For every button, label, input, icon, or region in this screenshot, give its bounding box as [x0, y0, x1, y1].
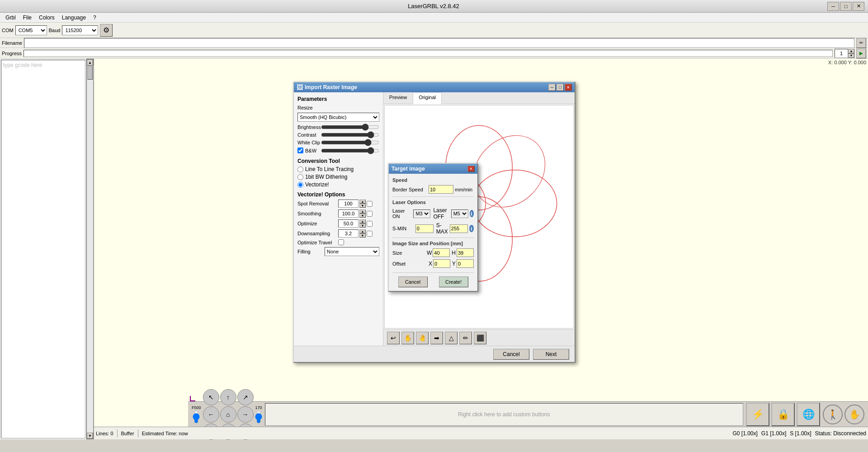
optimize-travel-checkbox[interactable] — [338, 239, 344, 245]
downsampling-input[interactable] — [338, 229, 359, 238]
connect-button[interactable]: ⚙ — [100, 24, 113, 37]
scroll-down-arrow[interactable]: ▼ — [87, 433, 93, 439]
import-dialog-max[interactable]: □ — [557, 84, 564, 91]
spot-removal-down[interactable]: ▼ — [359, 204, 366, 208]
globe-button[interactable]: 🌐 — [797, 403, 820, 426]
import-cancel-button[interactable]: Cancel — [493, 349, 529, 360]
close-button[interactable]: ✕ — [853, 2, 864, 11]
progress-increment[interactable]: ▲ — [848, 49, 854, 53]
import-dialog-close[interactable]: ✕ — [565, 84, 572, 91]
menu-file[interactable]: File — [19, 14, 35, 22]
optimize-down[interactable]: ▼ — [359, 224, 366, 228]
spot-removal-checkbox[interactable] — [367, 201, 373, 207]
nav-up-right[interactable]: ↗ — [237, 389, 254, 405]
preview-tab[interactable]: Preview — [383, 92, 413, 104]
brightness-slider[interactable] — [321, 125, 379, 129]
jog-speed-slider[interactable] — [194, 410, 198, 423]
target-cancel-button[interactable]: Cancel — [398, 276, 428, 287]
progress-decrement[interactable]: ▼ — [848, 53, 854, 58]
width-input[interactable] — [433, 248, 450, 257]
height-input[interactable] — [457, 248, 474, 257]
bw-slider[interactable] — [321, 149, 379, 152]
walk-mode-button[interactable]: 🚶 — [823, 404, 843, 424]
x-label: X — [429, 261, 432, 267]
hand-mode-button[interactable]: ✋ — [844, 404, 864, 424]
filename-input[interactable] — [24, 38, 854, 48]
whiteclip-slider[interactable] — [321, 141, 379, 144]
optimize-up[interactable]: ▲ — [359, 219, 366, 224]
minimize-button[interactable]: ─ — [827, 2, 839, 11]
progress-value[interactable]: 1 — [835, 49, 848, 58]
bw-checkbox[interactable] — [297, 147, 303, 153]
menu-help[interactable]: ? — [90, 14, 100, 22]
target-title-bar: Target image ✕ — [389, 164, 477, 174]
s-max-input[interactable] — [450, 224, 468, 233]
border-speed-input[interactable]: 10 — [429, 185, 453, 194]
downsampling-checkbox[interactable] — [367, 231, 373, 237]
optimize-input[interactable] — [338, 219, 359, 228]
nav-right[interactable]: → — [237, 406, 254, 423]
scroll-thumb[interactable] — [87, 66, 93, 80]
laser-tool-button[interactable]: ⚡ — [746, 403, 769, 426]
undo-button[interactable]: ↩ — [387, 332, 400, 344]
target-body: Speed Border Speed 10 mm/min Laser Optio… — [389, 174, 477, 291]
speed-unit: mm/min — [455, 187, 472, 192]
arrow-tool-button[interactable]: ➡ — [430, 332, 443, 344]
play-button[interactable]: ▶ — [856, 48, 866, 58]
spot-removal-input[interactable] — [338, 200, 359, 208]
vectorize-label: Vectorize! — [305, 181, 329, 188]
laser-off-select[interactable]: M5 — [451, 209, 468, 218]
smoothing-input[interactable] — [338, 209, 359, 218]
nav-left[interactable]: ← — [203, 406, 219, 423]
menu-grbl[interactable]: Grbl — [2, 14, 19, 22]
hand-tool-button[interactable]: ✋ — [401, 332, 414, 344]
contrast-slider[interactable] — [321, 133, 379, 137]
menu-language[interactable]: Language — [58, 14, 90, 22]
scroll-up-arrow[interactable]: ▲ — [87, 59, 93, 66]
vectorize-radio[interactable] — [297, 182, 303, 188]
custom-buttons-area[interactable]: Right click here to add custom buttons — [265, 403, 743, 426]
import-next-button[interactable]: Next — [533, 349, 569, 360]
dithering-radio[interactable] — [297, 174, 303, 180]
gcode-input[interactable]: type gcode here — [1, 60, 85, 438]
triangle-tool-button[interactable]: △ — [445, 332, 458, 344]
x-input[interactable] — [433, 259, 450, 268]
pencil-tool-button[interactable]: ✏ — [459, 332, 472, 344]
nav-up[interactable]: ↑ — [220, 389, 236, 405]
line-to-line-radio[interactable] — [297, 167, 303, 172]
smoothing-checkbox[interactable] — [367, 211, 373, 217]
smoothing-up[interactable]: ▲ — [359, 209, 366, 214]
original-tab[interactable]: Original — [413, 92, 442, 104]
laser-on-select[interactable]: M3 M4 — [413, 209, 430, 218]
downsampling-down[interactable]: ▼ — [359, 233, 366, 238]
maximize-button[interactable]: □ — [840, 2, 852, 11]
z-speed-slider[interactable] — [256, 410, 261, 423]
import-dialog-min[interactable]: ─ — [548, 84, 556, 91]
y-label: Y — [452, 261, 456, 267]
spot-removal-up[interactable]: ▲ — [359, 200, 366, 204]
baud-select[interactable]: 115200 — [62, 25, 98, 35]
lock-button[interactable]: 🔒 — [771, 403, 795, 426]
target-close-button[interactable]: ✕ — [467, 166, 475, 172]
filename-edit-button[interactable]: ✏ — [856, 38, 866, 48]
s-max-info-button[interactable]: ℹ — [469, 225, 474, 232]
menu-colors[interactable]: Colors — [35, 14, 58, 22]
nav-home[interactable]: ⌂ — [220, 406, 236, 423]
filename-row: Filename ✏ — [0, 38, 868, 48]
com-select[interactable]: COM5 — [15, 25, 47, 35]
black-square-button[interactable]: ⬛ — [474, 332, 486, 344]
speed-low-label: F500 — [192, 405, 201, 410]
filling-select[interactable]: None — [325, 247, 379, 256]
downsampling-up[interactable]: ▲ — [359, 229, 366, 233]
optimize-checkbox[interactable] — [367, 221, 373, 227]
laser-info-button[interactable]: ℹ — [470, 210, 474, 217]
s-min-input[interactable] — [415, 224, 434, 233]
com-label: COM — [2, 28, 14, 33]
bottom-toolbar: F500 ↖ ↑ ↗ ← ⌂ → ↙ ↓ ↘ 170 — [188, 401, 868, 427]
resize-select[interactable]: Smooth (HQ Bicubic) — [297, 113, 379, 122]
grab-tool-button[interactable]: 🤚 — [416, 332, 429, 344]
smoothing-down[interactable]: ▼ — [359, 214, 366, 218]
y-input[interactable] — [457, 259, 474, 268]
nav-up-left[interactable]: ↖ — [203, 389, 219, 405]
target-create-button[interactable]: Create! — [439, 276, 468, 287]
